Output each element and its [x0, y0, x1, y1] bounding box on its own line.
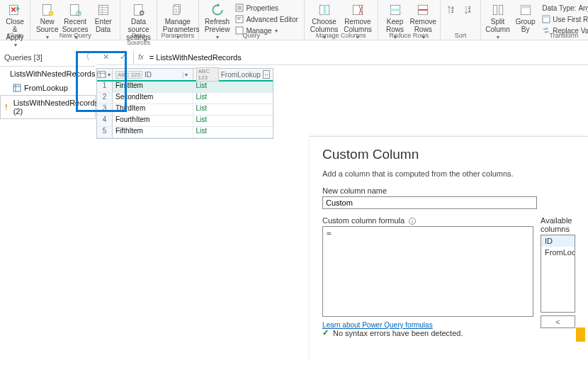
table-row[interactable]: 4FourthItemList: [97, 116, 273, 127]
remove-rows-label: Remove Rows: [410, 18, 436, 33]
data-type-dropdown[interactable]: Data Type: Any▾: [542, 3, 588, 13]
group-label-transform: Transform: [481, 32, 588, 40]
new-col-name-label: New column name: [322, 186, 575, 195]
recent-sources-icon: [67, 3, 83, 17]
properties-icon: [235, 4, 244, 12]
fx-label: fx: [138, 53, 144, 61]
query-item[interactable]: ListsWithNestedRecords: [0, 67, 96, 81]
ribbon-group-transform: Split Column▾ Group By Data Type: Any▾ U…: [481, 0, 588, 40]
cell-id[interactable]: FirstItem: [113, 82, 193, 92]
row-number: 4: [97, 116, 113, 126]
status-text: No syntax errors have been detected.: [333, 329, 463, 337]
ribbon-group-manage-columns: Choose Columns▾ Remove Columns▾ Manage C…: [305, 0, 378, 40]
cell-fromlookup[interactable]: List: [193, 82, 273, 92]
group-label-reducerows: Reduce Rows: [378, 32, 440, 40]
split-column-icon: [490, 3, 506, 17]
close-apply-button[interactable]: Close & Apply▾: [3, 1, 27, 50]
data-type-value: Any: [578, 4, 588, 12]
svg-point-8: [141, 12, 143, 14]
sort-desc-button[interactable]: ZA: [460, 1, 477, 19]
sort-asc-button[interactable]: AZ: [443, 1, 460, 19]
data-source-settings-icon: [131, 3, 147, 17]
sort-desc-icon: ZA: [463, 3, 475, 17]
available-column-item[interactable]: FromLookup: [541, 247, 575, 258]
cell-fromlookup[interactable]: List: [193, 93, 273, 103]
svg-text:(): (): [174, 8, 177, 13]
table-row[interactable]: 3ThirdItemList: [97, 104, 273, 116]
available-cols-list: IDFromLookup: [541, 235, 575, 313]
formula-input[interactable]: [148, 52, 585, 63]
group-by-label: Group By: [514, 18, 536, 33]
query-item-name: ListsWithNestedRecords (2): [13, 99, 98, 116]
properties-button[interactable]: Properties: [235, 3, 298, 13]
column-header-fromlookup[interactable]: ABC 123 FromLookup ↔: [193, 69, 273, 80]
col-type-icon: ABC 123: [196, 67, 219, 82]
svg-text:A: A: [468, 10, 471, 13]
query-item[interactable]: !ListsWithNestedRecords (2): [0, 95, 96, 119]
group-label-newquery: New Query: [30, 32, 120, 40]
cell-fromlookup[interactable]: List: [193, 127, 273, 138]
info-icon[interactable]: i: [409, 218, 416, 225]
svg-rect-3: [71, 5, 79, 16]
table-row[interactable]: 5FifthItemList: [97, 127, 273, 138]
table-row[interactable]: 1FirstItemList: [97, 82, 273, 93]
choose-columns-label: Choose Columns: [310, 18, 338, 33]
sort-asc-icon: AZ: [446, 3, 458, 17]
properties-label: Properties: [246, 4, 278, 12]
ribbon: Close & Apply▾ Close New Source▾ Recent …: [0, 0, 588, 40]
headers-icon: [542, 15, 550, 23]
caret-icon: ▾: [106, 72, 112, 78]
data-type-prefix: Data Type:: [542, 4, 576, 12]
cell-id[interactable]: FourthItem: [113, 116, 193, 126]
group-label-parameters: Parameters: [157, 32, 198, 40]
split-column-label: Split Column: [485, 18, 509, 33]
ribbon-group-query: Refresh Preview▾ Properties Advanced Edi…: [199, 0, 305, 40]
cell-id[interactable]: ThirdItem: [113, 104, 193, 115]
ribbon-group-close: Close & Apply▾ Close: [0, 0, 30, 40]
grid-corner[interactable]: ▾: [97, 69, 113, 80]
svg-text:Z: Z: [451, 10, 453, 13]
first-row-headers-button[interactable]: Use First Row as Headers▾: [542, 14, 588, 24]
insert-button[interactable]: <: [541, 315, 575, 328]
svg-rect-16: [323, 5, 326, 14]
available-column-item[interactable]: ID: [541, 235, 575, 247]
ribbon-group-data-sources: Data source settings Data Sources: [120, 0, 157, 40]
table-icon: [97, 70, 106, 79]
cell-id[interactable]: FifthItem: [113, 127, 193, 138]
svg-rect-38: [13, 84, 21, 91]
syntax-status: ✓ No syntax errors have been detected.: [322, 328, 463, 337]
formula-input-box[interactable]: =: [322, 226, 533, 317]
caret-icon[interactable]: ▾: [183, 72, 190, 78]
manage-parameters-icon: (): [170, 3, 186, 17]
svg-text:A: A: [451, 6, 454, 10]
svg-rect-30: [543, 16, 550, 18]
row-number: 2: [97, 93, 113, 103]
dialog-subtitle: Add a column that is computed from the o…: [322, 169, 575, 178]
query-item[interactable]: FromLookup: [0, 81, 96, 95]
advanced-editor-button[interactable]: Advanced Editor: [235, 14, 298, 24]
column-header-id[interactable]: ABC 123 ID ▾: [113, 69, 193, 80]
row-number: 3: [97, 104, 113, 115]
custom-column-dialog: Custom Column Add a column that is compu…: [310, 136, 588, 362]
new-source-icon: [40, 3, 55, 17]
ok-button[interactable]: [576, 327, 585, 342]
cell-fromlookup[interactable]: List: [193, 104, 273, 115]
cell-id[interactable]: SecondItem: [113, 93, 193, 103]
row-number: 5: [97, 127, 113, 138]
cell-fromlookup[interactable]: List: [193, 116, 273, 126]
queries-panel: Queries [3] 〈 ListsWithNestedRecordsFrom…: [0, 48, 96, 119]
expand-column-button[interactable]: ↔: [263, 70, 270, 79]
table-row[interactable]: 2SecondItemList: [97, 93, 273, 104]
queries-count: Queries [3]: [4, 53, 43, 62]
formula-cancel-button[interactable]: ✕: [99, 51, 112, 64]
data-grid: ▾ ABC 123 ID ▾ ABC 123 FromLookup ↔ 1Fir…: [96, 68, 273, 139]
formula-confirm-button[interactable]: ✓: [116, 51, 129, 64]
col-header-label: ID: [145, 71, 152, 79]
collapse-chevron-icon[interactable]: 〈: [81, 51, 91, 63]
remove-columns-icon: [350, 3, 366, 17]
new-col-name-input[interactable]: [322, 196, 537, 209]
recent-sources-label: Recent Sources: [62, 18, 89, 33]
svg-rect-19: [390, 9, 400, 11]
group-label-query: Query: [199, 32, 304, 40]
formula-label-text: Custom column formula: [322, 216, 405, 225]
